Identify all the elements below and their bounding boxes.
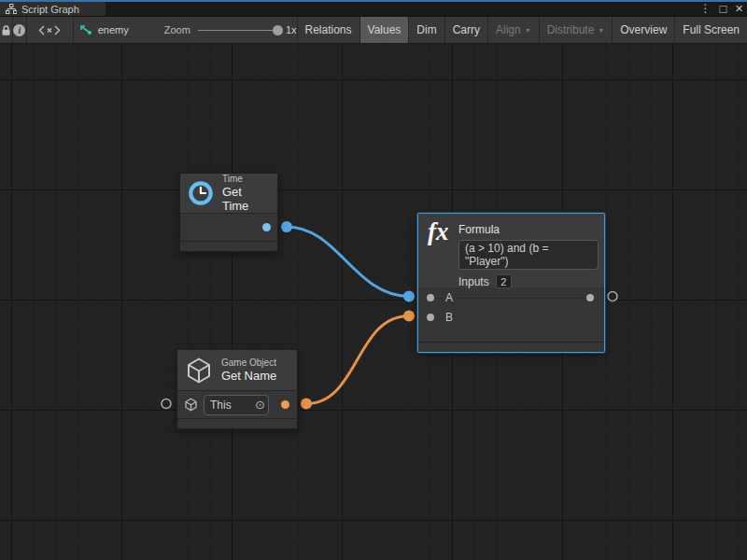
game-object-cube-icon-small [184,398,198,412]
get-time-ports-row [180,214,277,241]
connection-start-dot-blue[interactable] [281,221,292,232]
formula-header: fx Formula (a > 10) and (b = "Player") I… [418,214,604,287]
get-time-title: Get Time [222,185,268,213]
get-time-category: Time [222,174,268,185]
game-object-cube-icon [185,357,213,385]
graph-name: enemy [98,24,129,35]
formula-relation-line [437,298,591,299]
formula-input-port-b[interactable] [427,314,434,321]
get-name-ports-row: This ⊙ [177,391,297,418]
zoom-control: Zoom 1x [164,17,297,43]
get-name-footer [177,418,297,428]
zoom-label: Zoom [164,24,190,35]
node-get-name[interactable]: Game Object Get Name This ⊙ [176,349,298,429]
get-time-header: Time Get Time [180,174,277,214]
graph-hierarchy-icon [6,4,17,15]
formula-footer [418,342,604,352]
formula-title: Formula [458,223,597,236]
formula-inputs-count-input[interactable]: 2 [496,274,512,288]
graph-toolbar: i enemy Zoom 1x [0,16,747,44]
formula-input-b-label: B [443,311,456,324]
formula-expression-input[interactable]: (a > 10) and (b = "Player") [458,240,599,270]
toolbar-buttons: Relations Values Dim Carry Align ▼ Distr… [297,17,747,43]
get-name-input-port-unconnected[interactable] [162,399,171,409]
full-screen-button[interactable]: Full Screen [675,17,747,43]
zoom-value: 1x [286,24,297,35]
window-menu-button[interactable]: ⋮ [699,3,711,15]
clock-icon [188,179,214,207]
chevron-down-icon: ▼ [598,27,604,34]
object-picker-icon[interactable]: ⊙ [255,399,265,411]
window-maximize-button[interactable]: □ [719,3,726,15]
get-name-target-value: This [210,399,255,412]
graph-breadcrumb[interactable]: enemy [74,17,138,43]
formula-output-port-unconnected[interactable] [608,292,617,301]
dim-button[interactable]: Dim [409,17,444,43]
connection-start-dot-orange[interactable] [301,399,312,410]
window-controls: ⋮ □ × [699,2,743,16]
formula-input-a-label: A [443,291,456,304]
formula-row-a: A [418,287,604,307]
get-name-header: Game Object Get Name [177,350,297,391]
connection-get-time-to-formula-a[interactable] [287,227,409,297]
connection-end-dot-orange[interactable] [403,311,415,322]
formula-fx-icon: fx [428,217,449,246]
formula-body-spacer [418,327,604,342]
align-button[interactable]: Align ▼ [488,17,540,43]
info-icon: i [13,24,25,36]
zoom-slider-handle[interactable] [273,25,283,35]
lock-icon [1,24,11,36]
relations-button[interactable]: Relations [298,17,360,43]
formula-output-port[interactable] [586,294,594,301]
window-close-button[interactable]: × [735,2,743,14]
formula-row-b: B [418,307,604,327]
get-name-target-field[interactable]: This ⊙ [204,395,269,415]
lock-button[interactable] [0,17,12,43]
info-button[interactable]: i [13,17,26,43]
tab-title: Script Graph [21,4,79,15]
code-preview-button[interactable] [27,17,74,43]
connections-layer [0,44,747,560]
distribute-button[interactable]: Distribute ▼ [540,17,613,43]
connection-end-dot-blue[interactable] [403,291,415,302]
formula-inputs-row: Inputs 2 [458,274,597,288]
get-time-output-port[interactable] [262,223,271,231]
chevron-down-icon: ▼ [525,27,531,34]
get-name-category: Game Object [221,357,276,369]
formula-inputs-label: Inputs [458,275,489,288]
title-bar: Script Graph ⋮ □ × [0,2,747,16]
get-time-footer [180,241,277,251]
carry-button[interactable]: Carry [445,17,488,43]
formula-input-port-a[interactable] [427,294,434,301]
node-formula[interactable]: fx Formula (a > 10) and (b = "Player") I… [417,213,605,353]
tab-script-graph[interactable]: Script Graph [0,2,106,16]
script-graph-asset-icon [79,24,92,35]
get-name-title: Get Name [221,369,276,383]
connection-get-name-to-formula-b[interactable] [306,316,409,404]
graph-canvas[interactable]: Time Get Time fx Formula (a > 10) and (b… [0,44,747,560]
overview-button[interactable]: Overview [613,17,675,43]
values-button[interactable]: Values [360,17,410,43]
script-graph-window: Script Graph ⋮ □ × i [0,0,747,560]
zoom-slider[interactable] [198,30,278,31]
code-icon [38,25,61,35]
get-name-output-port[interactable] [281,400,289,409]
node-get-time[interactable]: Time Get Time [179,173,278,252]
